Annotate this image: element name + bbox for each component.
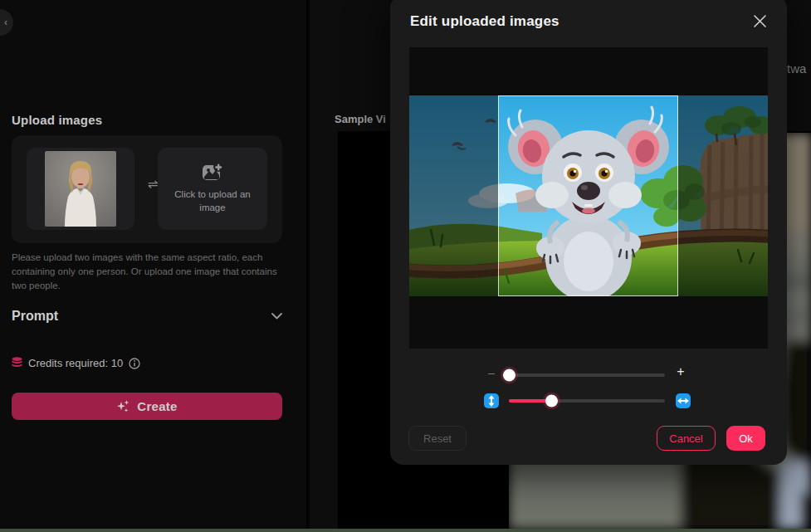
- stretch-slider-thumb[interactable]: [545, 395, 558, 408]
- edit-images-modal: Edit uploaded images: [390, 0, 787, 465]
- window-bottom-edge: [0, 529, 811, 532]
- zoom-out-button[interactable]: –: [485, 366, 498, 379]
- upload-helper-text: Please upload two images with the same a…: [12, 251, 289, 293]
- sparkles-icon: [116, 399, 130, 413]
- crop-dim-right: [678, 95, 768, 296]
- close-icon: [753, 14, 767, 28]
- zoom-in-button[interactable]: +: [674, 364, 687, 379]
- horizontal-arrows-icon: [677, 396, 689, 406]
- background-partial-text: twa: [787, 61, 806, 76]
- uploaded-image-slot[interactable]: [27, 148, 134, 230]
- prompt-section-header[interactable]: Prompt: [12, 309, 282, 324]
- zoom-slider-thumb[interactable]: [503, 369, 515, 382]
- create-button[interactable]: Create: [12, 393, 282, 420]
- stretch-slider[interactable]: [509, 399, 665, 403]
- upload-image-button[interactable]: Click to upload an image: [158, 148, 267, 230]
- edited-image: [409, 95, 768, 296]
- collapse-arrow-icon: ‹: [4, 17, 7, 28]
- crop-stage: [409, 47, 768, 349]
- image-plus-icon: [202, 163, 223, 183]
- coins-icon: [12, 357, 22, 369]
- sidebar-collapse-button[interactable]: ‹: [0, 9, 13, 36]
- credits-row: Credits required: 10: [12, 357, 140, 369]
- chevron-down-icon: [271, 313, 282, 320]
- crop-dim-left: [409, 95, 498, 296]
- left-panel: ‹ Upload images: [0, 0, 308, 532]
- reset-button[interactable]: Reset: [408, 426, 467, 451]
- upload-images-box: ⇌ Click to upload an image: [12, 135, 282, 243]
- create-button-label: Create: [137, 399, 178, 413]
- vertical-arrows-icon: [486, 395, 496, 407]
- cancel-button[interactable]: Cancel: [657, 426, 716, 451]
- uploaded-image-thumbnail: [45, 151, 116, 227]
- prompt-title: Prompt: [12, 309, 58, 324]
- modal-title: Edit uploaded images: [410, 13, 559, 30]
- upload-images-title: Upload images: [12, 113, 102, 127]
- sample-video-title: Sample Vi: [335, 113, 386, 125]
- close-button[interactable]: [750, 12, 769, 30]
- credits-label: Credits required: 10: [28, 357, 123, 369]
- crop-frame[interactable]: [498, 95, 678, 296]
- zoom-slider[interactable]: [502, 373, 665, 377]
- info-icon[interactable]: [129, 358, 140, 369]
- stretch-horizontal-button[interactable]: [676, 393, 691, 408]
- upload-button-label: Click to upload an image: [169, 188, 256, 214]
- ok-button[interactable]: Ok: [726, 426, 765, 451]
- stretch-vertical-button[interactable]: [484, 393, 499, 408]
